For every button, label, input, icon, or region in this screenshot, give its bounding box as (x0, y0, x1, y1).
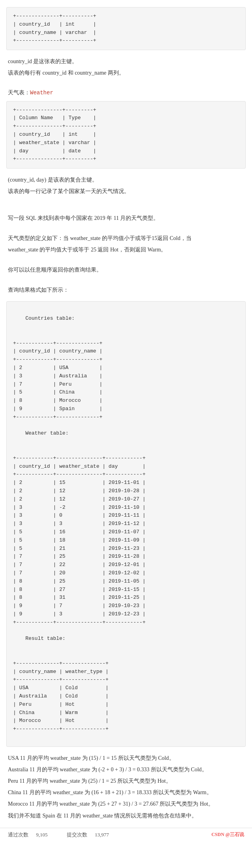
weather-table-label-row: 天气表：Weather (0, 88, 252, 98)
page-wrapper: +--------------+----------+ | country_id… (0, 0, 252, 849)
country-table-snippet: +--------------+----------+ | country_id… (6, 7, 246, 50)
exp-line-3: Peru 11 月的平均 weather_state 为 (25) / 1 = … (8, 776, 244, 786)
weather-label-prefix: 天气表： (8, 90, 30, 96)
countries-table-label: Countries table: (25, 315, 75, 321)
exp-line-5: Morocco 11 月的平均 weather_state 为 (25 + 27… (8, 799, 244, 809)
exp-line-2: Australia 11 月的平均 weather_state 为 (-2 + … (8, 765, 244, 774)
weather-table-text-ex: +------------+---------------+----------… (13, 455, 145, 625)
weather-label-value: Weather (30, 90, 53, 96)
exp-line-1: USA 11 月的平均 weather_state 为 (15) / 1 = 1… (8, 753, 244, 763)
problem-rule-1: 天气类型的定义如下：当 weather_state 的平均值小于或等于15返回 … (8, 233, 244, 243)
format-label-text: 查询结果格式如下所示： (8, 285, 244, 295)
problem-order-note: 你可以以任意顺序返回你的查询结果。 (0, 262, 252, 278)
view-label: 通过次数 (8, 832, 28, 838)
exp-line-6: 我们并不知道 Spain 在 11 月的 weather_state 情况所以无… (8, 811, 244, 821)
view-count: 9,105 (36, 832, 47, 838)
weather-desc-1: (country_id, day) 是该表的复合主键。 (8, 175, 244, 185)
problem-intro: 写一段 SQL 来找到表中每个国家在 2019 年 11 月的天气类型。 (0, 210, 252, 226)
weather-schema-table: +---------------+---------+ | Column Nam… (6, 101, 246, 169)
problem-rules: 天气类型的定义如下：当 weather_state 的平均值小于或等于15返回 … (0, 230, 252, 258)
country-table-description: country_id 是这张表的主键。 该表的每行有 country_id 和 … (0, 53, 252, 81)
weather-table-label-ex: Weather table: (25, 430, 68, 436)
exp-line-4: China 11 月的平均 weather_state 为 (16 + 18 +… (8, 787, 244, 797)
explanation-block: USA 11 月的平均 weather_state 为 (15) / 1 = 1… (0, 750, 252, 824)
weather-table-description: (country_id, day) 是该表的复合主键。 该表的每一行记录了某个国… (0, 172, 252, 199)
submit-label: 提交次数 (67, 832, 87, 838)
country-desc-2: 该表的每行有 country_id 和 country_name 两列。 (8, 68, 244, 78)
spacer-text (55, 832, 59, 838)
country-desc-1: country_id 是这张表的主键。 (8, 56, 244, 66)
example-block: Countries table: +------------+---------… (6, 301, 246, 746)
problem-rule-2: weather_state 的平均值大于或等于 25 返回 Hot，否则返回 W… (8, 245, 244, 255)
weather-desc-2: 该表的每一行记录了某个国家某一天的天气情况。 (8, 186, 244, 196)
format-label: 查询结果格式如下所示： (0, 282, 252, 298)
order-note-text: 你可以以任意顺序返回你的查询结果。 (8, 265, 244, 275)
result-table-label: Result table: (25, 636, 65, 641)
submit-count: 13,977 (95, 832, 109, 838)
bottom-stats: 通过次数 9,105 提交次数 13,977 (8, 831, 115, 838)
csdn-logo: CSDN @三石说 (211, 831, 244, 838)
result-table-text: +--------------+--------------+ | countr… (13, 660, 109, 732)
bottom-bar: 通过次数 9,105 提交次数 13,977 CSDN @三石说 (0, 828, 252, 842)
problem-intro-text: 写一段 SQL 来找到表中每个国家在 2019 年 11 月的天气类型。 (8, 213, 244, 223)
countries-table-text: +------------+--------------+ | country_… (13, 340, 102, 420)
